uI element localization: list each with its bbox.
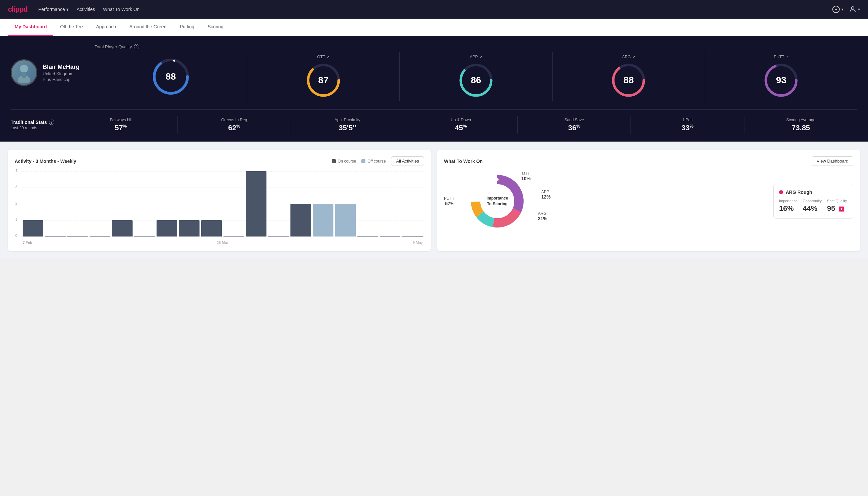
add-button[interactable]: ▾: [832, 5, 843, 13]
player-details: Blair McHarg United Kingdom Plus Handica…: [43, 64, 80, 82]
stat-greens-label: Greens In Reg: [221, 118, 247, 122]
svg-point-9: [173, 60, 175, 62]
quality-circles: 88 OTT ↗ 87: [95, 52, 857, 101]
arg-shotquality-stat: Shot Quality 95 ▼: [827, 199, 847, 213]
on-course-dot: [332, 159, 336, 163]
header-left: clippd Performance ▾ Activities What To …: [8, 5, 140, 14]
putt-label: PUTT ↗: [774, 55, 788, 59]
app-trend-icon: ↗: [479, 55, 482, 59]
arg-shotquality-label: Shot Quality: [827, 199, 847, 203]
stat-1putt-label: 1 Putt: [682, 118, 693, 122]
work-on-content: OTT 10% APP 12% ARG 21% PUTT 57%: [444, 171, 853, 231]
arg-segment-label: ARG 21%: [538, 211, 547, 221]
arg-opportunity-stat: Opportunity 44%: [803, 199, 822, 213]
stat-updown-value: 45%: [455, 124, 467, 132]
bar-17: [380, 236, 400, 236]
arg-card-header: ARG Rough: [779, 189, 848, 195]
tab-scoring[interactable]: Scoring: [201, 19, 230, 36]
player-name: Blair McHarg: [43, 64, 80, 71]
player-info: Blair McHarg United Kingdom Plus Handica…: [11, 59, 84, 86]
logo[interactable]: clippd: [8, 5, 28, 14]
app-label: APP ↗: [470, 55, 482, 59]
quality-arg: ARG ↗ 88: [553, 52, 705, 101]
view-dashboard-button[interactable]: View Dashboard: [812, 156, 853, 166]
player-handicap: Plus Handicap: [43, 77, 80, 82]
legend-on-course: On course: [332, 159, 356, 164]
all-activities-button[interactable]: All Activities: [391, 156, 424, 166]
stat-1putt: 1 Putt 33%: [631, 116, 744, 134]
bar-13: [290, 204, 311, 236]
header-right: ▾ ▾: [832, 5, 860, 13]
grid-label-4: 4: [15, 169, 17, 173]
chevron-down-icon: ▾: [858, 7, 860, 12]
bar-15: [335, 204, 356, 236]
stat-fairways-value: 57%: [115, 124, 127, 132]
ott-value: 87: [318, 75, 328, 86]
legend-off-course: Off course: [361, 159, 386, 164]
quality-total: 88: [95, 52, 247, 101]
app-value: 86: [471, 75, 481, 86]
quality-app: APP ↗ 86: [400, 52, 552, 101]
bar-16: [358, 236, 378, 236]
hero-top: Blair McHarg United Kingdom Plus Handica…: [11, 44, 857, 110]
stat-proximity-label: App. Proximity: [335, 118, 360, 122]
avatar: [11, 59, 37, 86]
stats-info-icon[interactable]: ?: [49, 120, 54, 125]
x-label-feb: 7 Feb: [23, 241, 32, 245]
app-segment-label: APP 12%: [541, 189, 551, 200]
bar-2: [45, 236, 66, 236]
quality-putt: PUTT ↗ 93: [705, 52, 857, 101]
nav-performance[interactable]: Performance ▾: [38, 7, 68, 12]
grid-label-2: 2: [15, 202, 17, 205]
bar-12: [268, 236, 289, 236]
stat-updown-label: Up & Down: [451, 118, 471, 122]
stat-greens-value: 62%: [228, 124, 240, 132]
x-label-mar: 28 Mar: [217, 241, 228, 245]
bar-14: [313, 204, 333, 236]
header: clippd Performance ▾ Activities What To …: [0, 0, 868, 19]
chart-area: 4 3 2 1 0: [15, 171, 424, 245]
main-content: Activity - 3 Months - Weekly On course O…: [0, 142, 868, 259]
stat-proximity: App. Proximity 35'5": [291, 116, 404, 134]
nav-activities[interactable]: Activities: [77, 7, 95, 12]
tab-approach[interactable]: Approach: [89, 19, 123, 36]
x-label-may: 9 May: [413, 241, 423, 245]
arg-stats: Importance 16% Opportunity 44% Shot Qual…: [779, 199, 848, 213]
arg-importance-label: Importance: [779, 199, 798, 203]
grid-label-3: 3: [15, 185, 17, 189]
svg-point-23: [496, 178, 499, 181]
user-menu[interactable]: ▾: [849, 5, 860, 13]
tab-around-the-green[interactable]: Around the Green: [123, 19, 173, 36]
stats-period: Last 20 rounds: [11, 126, 64, 130]
arg-rough-card: ARG Rough Importance 16% Opportunity 44%…: [773, 184, 853, 218]
info-icon[interactable]: ?: [134, 44, 139, 49]
off-course-dot: [361, 159, 365, 163]
stat-fairways: Fairways Hit 57%: [64, 116, 177, 134]
stat-fairways-label: Fairways Hit: [110, 118, 132, 122]
arg-label: ARG ↗: [622, 55, 635, 59]
ott-trend-icon: ↗: [327, 55, 329, 59]
tab-putting[interactable]: Putting: [173, 19, 201, 36]
bar-10: [223, 236, 244, 236]
chevron-down-icon: ▾: [66, 7, 68, 12]
grid-label-1: 1: [15, 218, 17, 221]
total-value: 88: [165, 71, 176, 82]
bar-18: [402, 236, 423, 236]
stat-sandsave-label: Sand Save: [564, 118, 584, 122]
ott-segment-label: OTT 10%: [521, 171, 531, 181]
tab-off-the-tee[interactable]: Off the Tee: [53, 19, 89, 36]
svg-point-3: [851, 7, 854, 9]
arg-trend-icon: ↗: [632, 55, 635, 59]
tab-my-dashboard[interactable]: My Dashboard: [8, 19, 53, 36]
arg-opportunity-value: 44%: [803, 204, 822, 213]
nav-what-to-work-on[interactable]: What To Work On: [103, 7, 140, 12]
bar-8: [179, 220, 200, 236]
app-circle: 86: [458, 62, 494, 98]
total-circle: 88: [151, 57, 191, 97]
arg-indicator-dot: [779, 190, 783, 194]
bar-4: [90, 236, 110, 236]
bars-container: [21, 171, 424, 236]
arg-importance-value: 16%: [779, 204, 798, 213]
quality-label: Total Player Quality ?: [95, 44, 857, 49]
putt-circle: 93: [763, 62, 800, 98]
